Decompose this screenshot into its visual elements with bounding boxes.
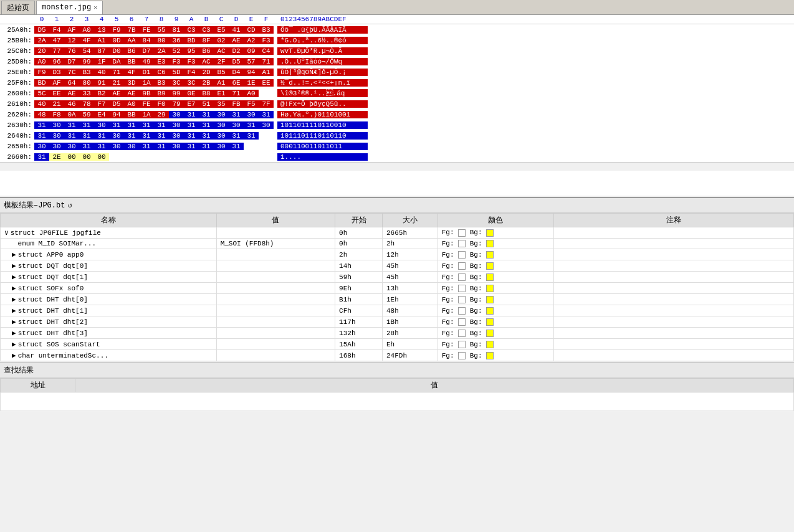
hex-cell[interactable]: 30 [49,121,64,129]
hex-cell[interactable] [124,153,139,161]
hex-cell[interactable]: B3 [154,79,169,87]
hex-cell[interactable]: 30 [64,143,79,150]
hex-cell[interactable]: 1A [139,79,154,87]
hex-row[interactable]: 25E0h:F9D37CB340714FD1C65DF42DB5D494A1 ù… [0,67,794,77]
hex-cell[interactable]: 87 [94,47,109,55]
hex-cell[interactable]: BD [184,37,199,44]
hex-cell[interactable]: 76 [64,47,79,55]
hex-cell[interactable]: 31 [139,132,154,140]
hex-cell[interactable]: 21 [49,100,64,108]
hex-cell[interactable]: E4 [94,111,109,118]
hex-cell[interactable]: 31 [199,111,214,118]
hex-cell[interactable]: 30 [214,111,229,118]
hex-cell[interactable]: FE [139,100,154,108]
hex-cell[interactable]: F3 [184,58,199,65]
hex-cell[interactable]: 31 [199,143,214,150]
hex-cell[interactable]: BB [124,58,139,65]
hex-cell[interactable]: AE [229,37,244,44]
hex-cell[interactable]: 7F [259,100,274,108]
hex-cell[interactable]: 64 [64,79,79,87]
hex-ascii[interactable]: wvT.ÐµÖ*R.µ¬Ò.Ä [277,47,368,55]
hex-cell[interactable]: F4 [184,69,199,76]
template-row[interactable]: ▶struct DHT dht[3]132h28hFg: Bg: [1,328,794,339]
hex-cell[interactable]: 31 [124,121,139,129]
hex-cell[interactable]: 55 [154,26,169,34]
hex-cell[interactable]: B6 [199,47,214,55]
hex-cell[interactable]: 95 [184,47,199,55]
expand-arrow[interactable]: ▶ [12,307,16,315]
hex-cell[interactable] [259,90,274,97]
hex-cell[interactable]: 71 [259,58,274,65]
hex-cell[interactable]: D5 [34,26,49,34]
hex-cell[interactable]: AF [49,79,64,87]
hex-cell[interactable]: D0 [109,47,124,55]
expand-arrow[interactable]: ▶ [12,330,16,337]
hex-cell[interactable]: E1 [214,90,229,97]
hex-cell[interactable]: 1E [244,79,259,87]
hex-cell[interactable]: BB [124,111,139,118]
hex-cell[interactable]: B8 [199,90,214,97]
hex-row[interactable]: 2630h:31303131303131313130313130303130 1… [0,120,794,130]
hex-cell[interactable]: 4F [79,37,94,44]
hex-cell[interactable]: 31 [199,132,214,140]
hex-cell[interactable]: 30 [109,143,124,150]
hex-ascii[interactable]: ½¯d..!=.<³<<+¡n.î [277,79,368,87]
hex-cell[interactable]: F0 [154,100,169,108]
hex-cell[interactable]: D2 [229,47,244,55]
hex-cell[interactable]: 31 [244,132,259,140]
hex-cell[interactable]: B9 [154,90,169,97]
hex-cell[interactable]: AC [214,47,229,55]
hex-cell[interactable]: 47 [49,37,64,44]
hex-cell[interactable]: 3C [169,79,184,87]
hex-cell[interactable]: 31 [184,143,199,150]
hex-cell[interactable]: 30 [169,111,184,118]
hex-cell[interactable]: B6 [124,47,139,55]
hex-cell[interactable]: 99 [169,90,184,97]
hex-cell[interactable]: 31 [79,121,94,129]
hex-cell[interactable]: 2B [199,79,214,87]
hex-cell[interactable]: 94 [109,111,124,118]
hex-cell[interactable]: 79 [169,100,184,108]
hex-cell[interactable]: 0D [109,37,124,44]
hex-cell[interactable]: D7 [64,58,79,65]
hex-cell[interactable]: 59 [79,111,94,118]
hex-cell[interactable]: 77 [49,47,64,55]
hex-cell[interactable]: F9 [34,69,49,76]
hex-cell[interactable]: 36 [169,37,184,44]
hex-cell[interactable]: 31 [184,121,199,129]
hex-row[interactable]: 25D0h:A096D7991FDABB49E3F3F3AC2FD55771 .… [0,56,794,67]
hex-cell[interactable]: 91 [94,79,109,87]
hex-cell[interactable]: CD [244,26,259,34]
hex-ascii[interactable]: ùÓ|³@qOÑÆ]ô-µÔ.¡ [277,69,368,76]
hex-cell[interactable] [229,153,244,161]
template-row[interactable]: ▶struct SOS scanStart15AhEhFg: Bg: [1,339,794,350]
hex-cell[interactable] [109,153,124,161]
hex-cell[interactable]: 9B [139,90,154,97]
hex-cell[interactable]: 31 [109,121,124,129]
hex-cell[interactable]: 49 [139,58,154,65]
template-row[interactable]: ▶struct DHT dht[1]CFh48hFg: Bg: [1,305,794,316]
hex-cell[interactable]: 31 [64,121,79,129]
hex-cell[interactable] [154,153,169,161]
hex-cell[interactable]: D5 [229,58,244,65]
hex-cell[interactable]: 31 [139,143,154,150]
hex-cell[interactable]: 13 [94,26,109,34]
hex-cell[interactable]: C3 [199,26,214,34]
hex-cell[interactable]: 31 [154,121,169,129]
hex-cell[interactable]: 7C [64,69,79,76]
hex-cell[interactable] [139,153,154,161]
hex-cell[interactable]: C3 [184,26,199,34]
hex-row[interactable]: 2640h:313031313130313131303131303131 101… [0,130,794,141]
expand-arrow[interactable]: ▶ [12,273,16,281]
hex-cell[interactable]: 2F [214,58,229,65]
hex-cell[interactable] [259,132,274,140]
hex-cell[interactable]: DA [109,58,124,65]
hex-cell[interactable] [259,143,274,150]
hex-cell[interactable]: D7 [139,47,154,55]
refresh-icon[interactable]: ↺ [67,201,72,210]
hex-cell[interactable]: 84 [139,37,154,44]
hex-cell[interactable]: 31 [94,143,109,150]
hex-cell[interactable]: 33 [79,90,94,97]
tab-close-icon[interactable]: ✕ [93,4,97,11]
hex-cell[interactable]: 09 [244,47,259,55]
